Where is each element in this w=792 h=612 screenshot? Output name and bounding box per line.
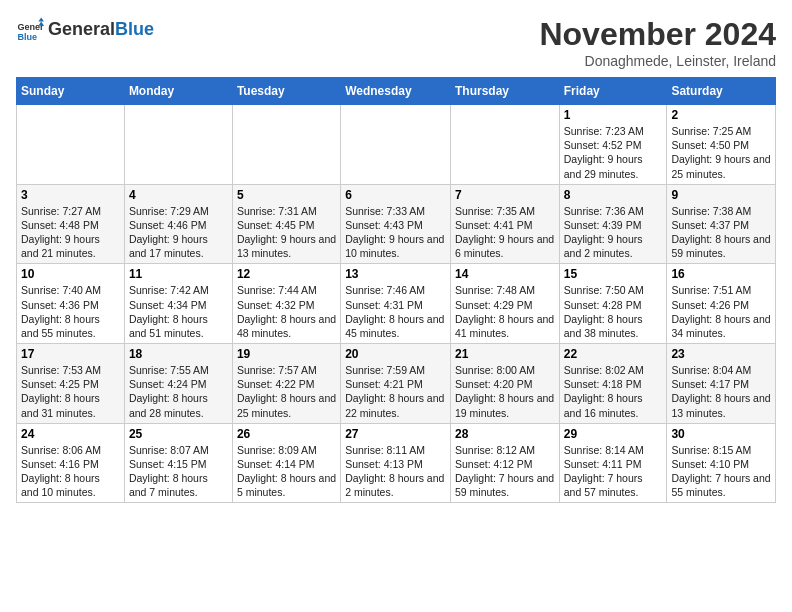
- calendar-table: SundayMondayTuesdayWednesdayThursdayFrid…: [16, 77, 776, 503]
- day-info: Sunrise: 8:11 AM Sunset: 4:13 PM Dayligh…: [345, 443, 446, 500]
- calendar-empty-cell: [17, 105, 125, 185]
- calendar-day-cell: 27Sunrise: 8:11 AM Sunset: 4:13 PM Dayli…: [341, 423, 451, 503]
- day-info: Sunrise: 7:55 AM Sunset: 4:24 PM Dayligh…: [129, 363, 228, 420]
- day-number: 18: [129, 347, 228, 361]
- day-info: Sunrise: 7:23 AM Sunset: 4:52 PM Dayligh…: [564, 124, 663, 181]
- calendar-day-cell: 7Sunrise: 7:35 AM Sunset: 4:41 PM Daylig…: [450, 184, 559, 264]
- day-number: 22: [564, 347, 663, 361]
- day-info: Sunrise: 8:12 AM Sunset: 4:12 PM Dayligh…: [455, 443, 555, 500]
- day-number: 10: [21, 267, 120, 281]
- calendar-day-cell: 11Sunrise: 7:42 AM Sunset: 4:34 PM Dayli…: [124, 264, 232, 344]
- day-number: 16: [671, 267, 771, 281]
- calendar-week-row: 1Sunrise: 7:23 AM Sunset: 4:52 PM Daylig…: [17, 105, 776, 185]
- day-number: 13: [345, 267, 446, 281]
- day-info: Sunrise: 7:25 AM Sunset: 4:50 PM Dayligh…: [671, 124, 771, 181]
- calendar-day-cell: 8Sunrise: 7:36 AM Sunset: 4:39 PM Daylig…: [559, 184, 667, 264]
- calendar-day-cell: 23Sunrise: 8:04 AM Sunset: 4:17 PM Dayli…: [667, 344, 776, 424]
- calendar-day-cell: 10Sunrise: 7:40 AM Sunset: 4:36 PM Dayli…: [17, 264, 125, 344]
- day-info: Sunrise: 8:09 AM Sunset: 4:14 PM Dayligh…: [237, 443, 336, 500]
- calendar-day-cell: 6Sunrise: 7:33 AM Sunset: 4:43 PM Daylig…: [341, 184, 451, 264]
- day-info: Sunrise: 7:50 AM Sunset: 4:28 PM Dayligh…: [564, 283, 663, 340]
- day-info: Sunrise: 7:44 AM Sunset: 4:32 PM Dayligh…: [237, 283, 336, 340]
- weekday-header-friday: Friday: [559, 78, 667, 105]
- weekday-header-saturday: Saturday: [667, 78, 776, 105]
- calendar-day-cell: 4Sunrise: 7:29 AM Sunset: 4:46 PM Daylig…: [124, 184, 232, 264]
- day-number: 7: [455, 188, 555, 202]
- logo-blue-text: Blue: [115, 19, 154, 39]
- day-info: Sunrise: 7:57 AM Sunset: 4:22 PM Dayligh…: [237, 363, 336, 420]
- calendar-empty-cell: [341, 105, 451, 185]
- logo-icon: General Blue: [16, 16, 44, 44]
- day-number: 1: [564, 108, 663, 122]
- day-number: 27: [345, 427, 446, 441]
- calendar-day-cell: 16Sunrise: 7:51 AM Sunset: 4:26 PM Dayli…: [667, 264, 776, 344]
- calendar-empty-cell: [232, 105, 340, 185]
- day-number: 17: [21, 347, 120, 361]
- weekday-header-wednesday: Wednesday: [341, 78, 451, 105]
- day-info: Sunrise: 8:15 AM Sunset: 4:10 PM Dayligh…: [671, 443, 771, 500]
- day-info: Sunrise: 8:04 AM Sunset: 4:17 PM Dayligh…: [671, 363, 771, 420]
- day-info: Sunrise: 7:33 AM Sunset: 4:43 PM Dayligh…: [345, 204, 446, 261]
- day-info: Sunrise: 7:35 AM Sunset: 4:41 PM Dayligh…: [455, 204, 555, 261]
- calendar-empty-cell: [124, 105, 232, 185]
- calendar-day-cell: 1Sunrise: 7:23 AM Sunset: 4:52 PM Daylig…: [559, 105, 667, 185]
- day-number: 29: [564, 427, 663, 441]
- day-number: 8: [564, 188, 663, 202]
- page-header: General Blue GeneralBlue November 2024 D…: [16, 16, 776, 69]
- day-info: Sunrise: 7:48 AM Sunset: 4:29 PM Dayligh…: [455, 283, 555, 340]
- calendar-day-cell: 26Sunrise: 8:09 AM Sunset: 4:14 PM Dayli…: [232, 423, 340, 503]
- calendar-day-cell: 21Sunrise: 8:00 AM Sunset: 4:20 PM Dayli…: [450, 344, 559, 424]
- day-info: Sunrise: 7:38 AM Sunset: 4:37 PM Dayligh…: [671, 204, 771, 261]
- day-number: 12: [237, 267, 336, 281]
- day-number: 14: [455, 267, 555, 281]
- location-title: Donaghmede, Leinster, Ireland: [539, 53, 776, 69]
- day-info: Sunrise: 7:59 AM Sunset: 4:21 PM Dayligh…: [345, 363, 446, 420]
- day-number: 26: [237, 427, 336, 441]
- calendar-empty-cell: [450, 105, 559, 185]
- weekday-header-thursday: Thursday: [450, 78, 559, 105]
- day-number: 5: [237, 188, 336, 202]
- logo: General Blue GeneralBlue: [16, 16, 154, 44]
- calendar-day-cell: 25Sunrise: 8:07 AM Sunset: 4:15 PM Dayli…: [124, 423, 232, 503]
- day-number: 25: [129, 427, 228, 441]
- day-info: Sunrise: 8:06 AM Sunset: 4:16 PM Dayligh…: [21, 443, 120, 500]
- day-info: Sunrise: 7:53 AM Sunset: 4:25 PM Dayligh…: [21, 363, 120, 420]
- day-info: Sunrise: 7:31 AM Sunset: 4:45 PM Dayligh…: [237, 204, 336, 261]
- day-info: Sunrise: 7:29 AM Sunset: 4:46 PM Dayligh…: [129, 204, 228, 261]
- weekday-header-monday: Monday: [124, 78, 232, 105]
- calendar-day-cell: 17Sunrise: 7:53 AM Sunset: 4:25 PM Dayli…: [17, 344, 125, 424]
- day-number: 20: [345, 347, 446, 361]
- day-info: Sunrise: 8:00 AM Sunset: 4:20 PM Dayligh…: [455, 363, 555, 420]
- day-info: Sunrise: 8:02 AM Sunset: 4:18 PM Dayligh…: [564, 363, 663, 420]
- calendar-day-cell: 30Sunrise: 8:15 AM Sunset: 4:10 PM Dayli…: [667, 423, 776, 503]
- month-title: November 2024: [539, 16, 776, 53]
- day-number: 15: [564, 267, 663, 281]
- calendar-week-row: 3Sunrise: 7:27 AM Sunset: 4:48 PM Daylig…: [17, 184, 776, 264]
- day-number: 3: [21, 188, 120, 202]
- calendar-day-cell: 3Sunrise: 7:27 AM Sunset: 4:48 PM Daylig…: [17, 184, 125, 264]
- day-info: Sunrise: 7:51 AM Sunset: 4:26 PM Dayligh…: [671, 283, 771, 340]
- calendar-day-cell: 9Sunrise: 7:38 AM Sunset: 4:37 PM Daylig…: [667, 184, 776, 264]
- day-number: 9: [671, 188, 771, 202]
- calendar-day-cell: 28Sunrise: 8:12 AM Sunset: 4:12 PM Dayli…: [450, 423, 559, 503]
- calendar-day-cell: 12Sunrise: 7:44 AM Sunset: 4:32 PM Dayli…: [232, 264, 340, 344]
- day-number: 11: [129, 267, 228, 281]
- svg-text:Blue: Blue: [17, 32, 37, 42]
- day-number: 30: [671, 427, 771, 441]
- day-info: Sunrise: 8:14 AM Sunset: 4:11 PM Dayligh…: [564, 443, 663, 500]
- day-number: 21: [455, 347, 555, 361]
- weekday-header-tuesday: Tuesday: [232, 78, 340, 105]
- day-number: 24: [21, 427, 120, 441]
- weekday-header-sunday: Sunday: [17, 78, 125, 105]
- calendar-week-row: 24Sunrise: 8:06 AM Sunset: 4:16 PM Dayli…: [17, 423, 776, 503]
- day-number: 23: [671, 347, 771, 361]
- day-number: 28: [455, 427, 555, 441]
- day-number: 4: [129, 188, 228, 202]
- day-number: 19: [237, 347, 336, 361]
- calendar-day-cell: 15Sunrise: 7:50 AM Sunset: 4:28 PM Dayli…: [559, 264, 667, 344]
- calendar-day-cell: 5Sunrise: 7:31 AM Sunset: 4:45 PM Daylig…: [232, 184, 340, 264]
- day-info: Sunrise: 8:07 AM Sunset: 4:15 PM Dayligh…: [129, 443, 228, 500]
- calendar-day-cell: 18Sunrise: 7:55 AM Sunset: 4:24 PM Dayli…: [124, 344, 232, 424]
- day-number: 2: [671, 108, 771, 122]
- calendar-day-cell: 14Sunrise: 7:48 AM Sunset: 4:29 PM Dayli…: [450, 264, 559, 344]
